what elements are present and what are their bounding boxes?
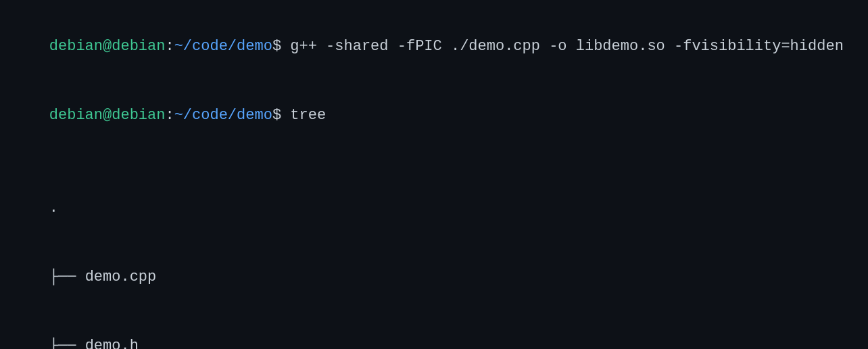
prompt-user-2: debian@debian [49, 107, 166, 124]
prompt-user-1: debian@debian [49, 38, 166, 55]
prompt-path-2: ~/code/demo [174, 107, 272, 124]
prompt-path-1: ~/code/demo [174, 38, 272, 55]
tree-file-demoh: ├── demo.h [14, 312, 854, 349]
prompt-sep-1: : [165, 38, 174, 55]
prompt-dollar-1: $ [272, 38, 290, 55]
filename-democpp: demo.cpp [85, 269, 157, 285]
tree-branch-2: ├── [49, 338, 85, 349]
filename-demoh: demo.h [85, 338, 139, 349]
prompt-sep-2: : [165, 107, 174, 124]
tree-root: . [14, 174, 854, 243]
command-line-2: debian@debian:~/code/demo$ tree [14, 81, 854, 150]
tree-dot-symbol: . [49, 200, 58, 216]
command-text-2: tree [290, 107, 326, 124]
command-line-1: debian@debian:~/code/demo$ g++ -shared -… [14, 12, 854, 81]
prompt-dollar-2: $ [272, 107, 290, 124]
tree-branch-1: ├── [49, 269, 85, 285]
blank-line-1 [14, 151, 854, 174]
tree-file-democpp: ├── demo.cpp [14, 243, 854, 312]
command-text-1: g++ -shared -fPIC ./demo.cpp -o libdemo.… [290, 38, 844, 55]
terminal-window[interactable]: debian@debian:~/code/demo$ g++ -shared -… [0, 0, 868, 349]
